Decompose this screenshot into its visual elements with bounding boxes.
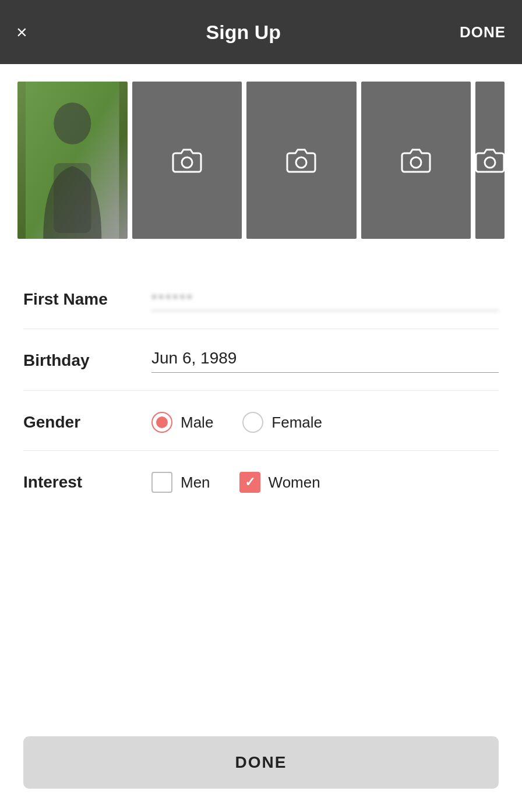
birthday-label: Birthday (23, 347, 151, 370)
photo-slot-1[interactable] (17, 82, 128, 239)
checkbox-women-check: ✓ (245, 476, 255, 489)
checkbox-group: Men ✓ Women (151, 468, 499, 493)
done-button[interactable]: DONE (23, 736, 499, 789)
photo-slot-5[interactable] (475, 82, 505, 239)
checkbox-men[interactable] (151, 472, 172, 493)
close-button[interactable]: × (16, 23, 27, 41)
gender-male-label: Male (181, 414, 213, 432)
bottom-bar: DONE (0, 719, 522, 812)
gender-options: Male Female (151, 408, 499, 433)
birthday-value: Jun 6, 1989 (151, 347, 499, 373)
camera-icon (286, 147, 316, 173)
first-name-input[interactable] (151, 285, 499, 311)
birthday-row: Birthday Jun 6, 1989 (23, 329, 499, 390)
photo-slot-4[interactable] (361, 82, 471, 239)
header: × Sign Up DONE (0, 0, 522, 64)
camera-icon (172, 147, 202, 173)
interest-options: Men ✓ Women (151, 468, 499, 493)
camera-icon (401, 147, 431, 173)
photo-slot-2[interactable] (132, 82, 242, 239)
svg-point-7 (485, 157, 495, 168)
interest-men-label: Men (181, 474, 210, 492)
first-name-label: First Name (23, 285, 151, 309)
interest-women-option[interactable]: ✓ Women (239, 472, 320, 493)
page-title: Sign Up (206, 21, 281, 44)
header-done-button[interactable]: DONE (460, 23, 506, 41)
gender-male-option[interactable]: Male (151, 412, 213, 433)
interest-women-label: Women (269, 474, 320, 492)
svg-point-5 (296, 157, 306, 168)
svg-point-4 (182, 157, 192, 168)
photo-strip (0, 64, 522, 256)
form-section: First Name Birthday Jun 6, 1989 Gender M… (0, 256, 522, 719)
interest-label: Interest (23, 468, 151, 492)
camera-icon (475, 147, 505, 173)
radio-group: Male Female (151, 408, 499, 433)
gender-row: Gender Male Female (23, 391, 499, 450)
interest-row: Interest Men ✓ Women (23, 451, 499, 510)
birthday-field[interactable]: Jun 6, 1989 (151, 347, 499, 373)
svg-point-2 (54, 103, 91, 144)
gender-female-option[interactable]: Female (242, 412, 322, 433)
interest-men-option[interactable]: Men (151, 472, 210, 493)
gender-female-label: Female (271, 414, 322, 432)
svg-rect-3 (54, 163, 91, 233)
photo-slot-3[interactable] (246, 82, 357, 239)
gender-label: Gender (23, 408, 151, 432)
radio-female-outer[interactable] (242, 412, 263, 433)
first-name-row: First Name (23, 268, 499, 329)
svg-point-6 (411, 157, 421, 168)
first-name-value (151, 285, 499, 311)
radio-male-outer[interactable] (151, 412, 172, 433)
checkbox-women[interactable]: ✓ (239, 472, 260, 493)
radio-male-inner (156, 416, 168, 428)
